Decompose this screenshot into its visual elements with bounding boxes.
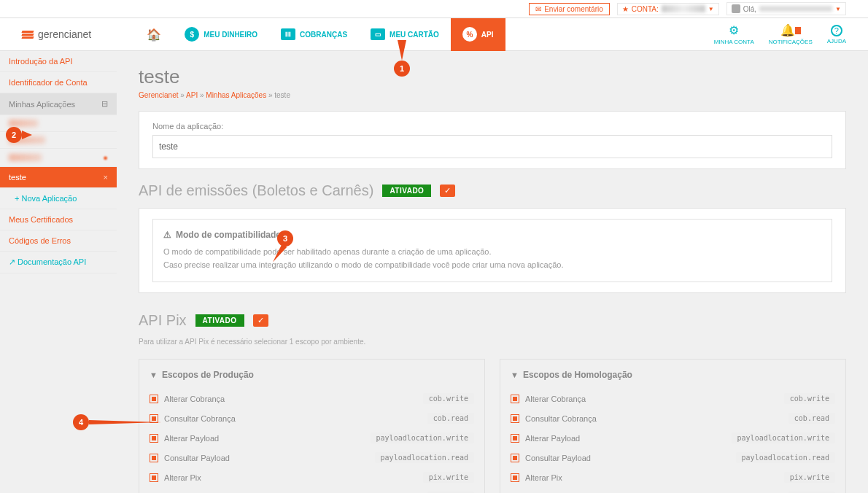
feedback-button[interactable]: ✉ Enviar comentário xyxy=(529,3,610,15)
scope-code: cob.write xyxy=(784,393,835,404)
user-greeting[interactable]: Olá, ▼ xyxy=(726,2,846,15)
scope-checkbox[interactable] xyxy=(150,395,158,403)
sidebar-certificados[interactable]: Meus Certificados xyxy=(0,209,117,230)
nav-bar: gerencianet 🏠 $ MEU DINHEIRO ⦀⦀ COBRANÇA… xyxy=(0,18,868,51)
callout-number: 3 xyxy=(277,230,293,246)
sidebar-teste[interactable]: teste × xyxy=(0,167,117,188)
scope-label: Consultar Cobrança xyxy=(164,414,236,423)
feedback-label: Enviar comentário xyxy=(544,5,603,13)
sidebar-label: teste xyxy=(9,173,26,182)
app-name-label: Nome da aplicação: xyxy=(152,122,832,131)
nav-home[interactable]: 🏠 xyxy=(135,18,173,51)
app-name-input[interactable] xyxy=(152,135,832,158)
content-area: teste Gerencianet » API » Minhas Aplicaç… xyxy=(117,51,868,493)
scope-checkbox[interactable] xyxy=(150,473,158,482)
emissoes-title: API de emissões (Boletos e Carnês) ATIVA… xyxy=(139,182,846,199)
scope-checkbox[interactable] xyxy=(511,434,519,443)
compat-text-2: Caso precise realizar uma integração uti… xyxy=(163,259,821,272)
help-icon: ? xyxy=(831,25,842,36)
scope-code: pix.write xyxy=(784,472,835,483)
compat-panel: ⚠ Modo de compatibilidade O modo de comp… xyxy=(139,208,846,293)
scope-checkbox[interactable] xyxy=(511,473,519,482)
barcode-icon: ⦀⦀ xyxy=(281,28,295,40)
sidebar-documentacao[interactable]: ↗ Documentação API xyxy=(0,252,117,273)
envelope-icon: ✉ xyxy=(535,5,541,13)
scope-code: cob.read xyxy=(788,413,835,424)
breadcrumb-api[interactable]: API xyxy=(186,91,198,99)
caret-down-icon: ▼ xyxy=(708,6,714,12)
sidebar-nova-aplicacao[interactable]: + Nova Aplicação xyxy=(0,188,117,209)
nav-meu-dinheiro[interactable]: $ MEU DINHEIRO xyxy=(173,18,269,51)
bell-icon: 🔔 xyxy=(780,23,795,37)
minus-icon: ⊟ xyxy=(101,99,108,109)
callout-3: 3 xyxy=(276,230,295,264)
toggle-button[interactable]: ✓ xyxy=(440,185,455,197)
greeting-label: Olá, xyxy=(743,5,756,13)
compat-title: ⚠ Modo de compatibilidade xyxy=(163,230,821,240)
plus-icon: + xyxy=(15,194,19,203)
scope-code: payloadlocation.write xyxy=(371,432,474,443)
section-label: API Pix xyxy=(139,312,187,329)
dollar-icon: $ xyxy=(185,27,199,42)
scope-checkbox[interactable] xyxy=(150,434,158,443)
scopes-producao: ▼ Escopos de Produção Alterar Cobrança c… xyxy=(139,359,485,493)
sidebar-label: Documentação API xyxy=(18,257,86,266)
scope-item: Alterar Cobrança cob.write xyxy=(150,389,474,408)
callout-2: 2 xyxy=(6,127,32,143)
account-value-blurred xyxy=(662,5,705,12)
username-blurred xyxy=(759,6,832,12)
breadcrumb-root[interactable]: Gerencianet xyxy=(139,91,178,99)
scope-item: Consultar Payload payloadlocation.read xyxy=(511,448,835,467)
scope-label: Consultar Payload xyxy=(525,454,591,462)
nav-label: API xyxy=(481,31,494,39)
sidebar-app-blurred[interactable]: ● xyxy=(0,149,117,167)
scope-label: Alterar Cobrança xyxy=(164,395,225,403)
scope-code: cob.read xyxy=(427,413,474,424)
close-icon[interactable]: × xyxy=(104,173,108,182)
sidebar-minhas-apps[interactable]: Minhas Aplicações ⊟ xyxy=(0,93,117,115)
nav-label: MEU CARTÃO xyxy=(390,31,439,39)
nav-api[interactable]: % API xyxy=(451,18,505,51)
home-icon: 🏠 xyxy=(147,28,161,42)
user-icon xyxy=(732,4,740,13)
logo[interactable]: gerencianet xyxy=(22,28,91,40)
scope-label: Alterar Payload xyxy=(164,434,219,443)
scope-checkbox[interactable] xyxy=(511,395,519,403)
scope-item: Alterar Payload payloadlocation.write xyxy=(511,428,835,448)
nav-minha-conta[interactable]: ⚙ MINHA CONTA xyxy=(714,23,754,45)
scope-code: payloadlocation.read xyxy=(375,452,474,463)
scopes-title-label: Escopos de Produção xyxy=(162,370,254,380)
breadcrumb-current: teste xyxy=(274,91,290,99)
callout-1: 1 xyxy=(394,40,410,77)
nav-ajuda[interactable]: ? AJUDA xyxy=(827,25,846,44)
scope-label: Alterar Pix xyxy=(164,473,201,482)
nav-right-label: MINHA CONTA xyxy=(714,39,754,45)
sidebar-intro[interactable]: Introdução da API xyxy=(0,51,117,72)
page-title: teste xyxy=(139,66,846,88)
scope-code: pix.write xyxy=(423,472,474,483)
nav-notificacoes[interactable]: 🔔 NOTIFICAÇÕES xyxy=(769,23,813,45)
nav-cobrancas[interactable]: ⦀⦀ COBRANÇAS xyxy=(269,18,359,51)
pix-title: API Pix ATIVADO ✓ xyxy=(139,312,846,329)
scope-item: Consultar Pix pix.read xyxy=(150,487,474,493)
indicator-icon: ● xyxy=(103,153,108,162)
scope-code: cob.write xyxy=(423,393,474,404)
account-dropdown[interactable]: ★ CONTA: ▼ xyxy=(617,3,719,15)
breadcrumb-apps[interactable]: Minhas Aplicações xyxy=(206,91,266,99)
logo-icon xyxy=(22,31,34,39)
scope-checkbox[interactable] xyxy=(511,454,519,462)
toggle-button[interactable]: ✓ xyxy=(253,314,268,327)
nav-right-label: NOTIFICAÇÕES xyxy=(769,39,813,45)
sidebar-identificador[interactable]: Identificador de Conta xyxy=(0,72,117,93)
scopes-homologacao: ▼ Escopos de Homologação Alterar Cobranç… xyxy=(500,359,846,493)
nav-label: MEU DINHEIRO xyxy=(204,31,257,39)
gear-icon: ⚙ xyxy=(729,23,739,37)
scope-checkbox[interactable] xyxy=(511,414,519,423)
scope-label: Consultar Cobrança xyxy=(525,414,597,423)
logo-text: gerencianet xyxy=(38,28,91,40)
sidebar-label: Minhas Aplicações xyxy=(9,100,75,109)
callout-number: 4 xyxy=(73,414,89,430)
scope-item: Alterar Pix pix.write xyxy=(150,467,474,487)
sidebar-codigos-erros[interactable]: Códigos de Erros xyxy=(0,230,117,252)
scope-checkbox[interactable] xyxy=(150,454,158,462)
